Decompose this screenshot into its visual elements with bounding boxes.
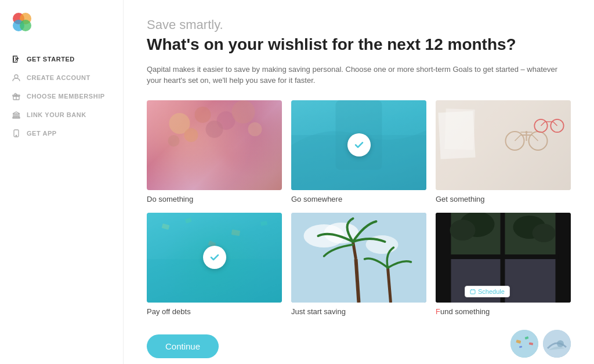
sidebar-item-choose-membership[interactable]: CHOOSE MEMBERSHIP <box>0 87 123 105</box>
svg-point-67 <box>533 224 556 242</box>
app-logo <box>12 12 32 32</box>
svg-point-22 <box>232 100 255 123</box>
sidebar: GET STARTED CREATE ACCOUNT CHOOSE MEM <box>0 0 124 364</box>
card-fund-something[interactable]: Schedule FScheduleund something <box>436 213 571 316</box>
thumbnail-1 <box>510 330 538 358</box>
svg-point-36 <box>526 131 528 133</box>
svg-point-23 <box>168 135 180 147</box>
sidebar-nav: GET STARTED CREATE ACCOUNT CHOOSE MEM <box>0 50 123 143</box>
svg-rect-73 <box>510 330 538 358</box>
bank-icon <box>12 110 21 119</box>
card-go-somewhere-checkmark <box>347 133 371 156</box>
sidebar-item-link-your-bank-label: LINK YOUR BANK <box>27 111 86 118</box>
schedule-tooltip-text: Schedule <box>478 288 505 295</box>
svg-rect-13 <box>13 114 15 117</box>
card-get-something[interactable]: Get something <box>436 100 571 203</box>
svg-point-79 <box>557 340 564 347</box>
svg-rect-58 <box>436 213 451 303</box>
card-go-somewhere[interactable]: Go somewhere <box>291 100 426 203</box>
thumbnail-2 <box>543 330 571 358</box>
card-pay-off-debts[interactable]: Pay off debts <box>147 213 282 316</box>
svg-rect-8 <box>13 56 14 63</box>
card-do-something[interactable]: Do something <box>147 100 282 203</box>
phone-icon <box>12 129 21 138</box>
bottom-bar: Continue <box>147 330 571 358</box>
sidebar-item-get-started[interactable]: GET STARTED <box>0 50 123 68</box>
user-icon <box>12 73 21 82</box>
calendar-icon <box>470 289 476 294</box>
card-pay-off-debts-label: Pay off debts <box>147 307 282 316</box>
card-do-something-label: Do something <box>147 195 282 203</box>
schedule-tooltip: Schedule <box>465 286 510 297</box>
thumbnail-group <box>510 330 571 358</box>
sidebar-item-create-account[interactable]: CREATE ACCOUNT <box>0 68 123 87</box>
gift-icon <box>12 92 21 101</box>
goals-grid: Do something Go somew <box>147 100 571 316</box>
sidebar-item-get-app[interactable]: GET APP <box>0 124 123 143</box>
svg-rect-14 <box>16 114 17 117</box>
svg-rect-46 <box>185 217 192 223</box>
card-just-start-saving[interactable]: Just start saving <box>291 213 426 316</box>
card-fund-something-label: FScheduleund something <box>436 307 571 316</box>
svg-rect-61 <box>451 254 559 259</box>
card-go-somewhere-image <box>291 100 426 190</box>
svg-point-25 <box>248 122 262 136</box>
card-pay-off-debts-checkmark <box>203 246 226 269</box>
page-title: What's on your wishlist for the next 12 … <box>147 35 571 54</box>
page-subtitle: Save smartly. <box>147 17 571 32</box>
svg-point-21 <box>184 128 198 142</box>
svg-point-24 <box>206 121 223 138</box>
svg-rect-15 <box>18 114 19 117</box>
login-icon <box>12 54 21 64</box>
sidebar-item-choose-membership-label: CHOOSE MEMBERSHIP <box>27 93 105 100</box>
svg-rect-43 <box>444 108 475 150</box>
card-just-start-saving-label: Just start saving <box>291 307 426 316</box>
svg-point-3 <box>20 20 31 31</box>
card-get-something-image <box>436 100 571 190</box>
svg-rect-48 <box>260 221 267 226</box>
svg-rect-69 <box>505 259 556 303</box>
sidebar-item-get-app-label: GET APP <box>27 130 57 137</box>
svg-point-64 <box>450 220 476 241</box>
fund-label-partial: F <box>436 307 440 316</box>
svg-point-17 <box>16 135 17 136</box>
card-get-something-label: Get something <box>436 195 571 203</box>
card-do-something-image <box>147 100 282 190</box>
svg-point-19 <box>195 107 211 123</box>
svg-rect-45 <box>162 223 170 230</box>
svg-point-9 <box>15 75 18 78</box>
card-pay-off-debts-image <box>147 213 282 303</box>
card-just-start-saving-image <box>291 213 426 303</box>
svg-rect-47 <box>231 229 240 235</box>
card-go-somewhere-label: Go somewhere <box>291 195 426 203</box>
continue-button[interactable]: Continue <box>147 334 219 358</box>
sidebar-item-create-account-label: CREATE ACCOUNT <box>27 74 90 81</box>
svg-rect-70 <box>470 290 475 294</box>
page-description: Qapital makes it easier to save by makin… <box>147 64 571 86</box>
sidebar-item-link-your-bank[interactable]: LINK YOUR BANK <box>0 105 123 124</box>
main-content: Save smartly. What's on your wishlist fo… <box>124 0 594 364</box>
sidebar-item-get-started-label: GET STARTED <box>27 56 75 63</box>
